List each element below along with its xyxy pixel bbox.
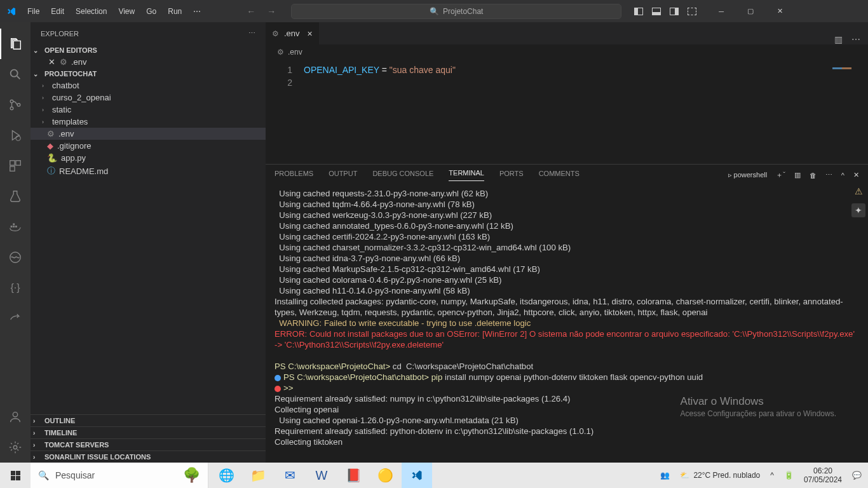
taskbar-mail-icon[interactable]: ✉	[275, 463, 305, 488]
layout-custom-icon[interactable]	[688, 8, 696, 15]
line-gutter: 1 2	[266, 64, 304, 164]
minimap[interactable]	[830, 64, 868, 164]
tab-problems[interactable]: PROBLEMS	[275, 170, 313, 181]
activity-search-icon[interactable]	[0, 59, 31, 90]
breadcrumb[interactable]: ⚙ .env	[266, 44, 868, 60]
tomcat-header[interactable]: ›TOMCAT SERVERS	[31, 438, 266, 451]
taskbar-search[interactable]: 🔍 Pesquisar 🌳	[31, 463, 208, 488]
search-label: ProjetoChat	[443, 7, 483, 16]
search-art-icon: 🌳	[183, 467, 200, 484]
tab-ports[interactable]: PORTS	[499, 170, 524, 181]
notifications-icon[interactable]: 💬	[852, 471, 862, 480]
menu-bar: File Edit Selection View Go Run ⋯	[22, 4, 206, 18]
layout-right-icon[interactable]	[670, 8, 679, 15]
terminal-panel: PROBLEMS OUTPUT DEBUG CONSOLE TERMINAL P…	[266, 164, 868, 463]
svg-point-1	[10, 100, 13, 103]
svg-point-2	[10, 107, 13, 110]
taskbar-edge-icon[interactable]: 🌐	[211, 463, 241, 488]
battery-icon[interactable]: 🔋	[784, 471, 794, 480]
maximize-button[interactable]: ▢	[736, 0, 765, 22]
start-button[interactable]	[0, 463, 31, 488]
file-readme[interactable]: ⓘREADME.md	[31, 164, 266, 178]
activity-account-icon[interactable]	[0, 402, 31, 432]
code-content[interactable]: OPENAI_API_KEY = "sua chave aqui"	[304, 64, 830, 164]
teams-tray-icon[interactable]: 👥	[660, 471, 670, 480]
folder-chatbot[interactable]: ›chatbot	[31, 79, 266, 92]
weather-widget[interactable]: ⛅ 22°C Pred. nublado	[680, 471, 760, 480]
split-editor-icon[interactable]: ▥	[834, 34, 843, 44]
terminal-more-icon[interactable]: ⋯	[825, 171, 832, 179]
taskbar-word-icon[interactable]: W	[306, 463, 337, 488]
warning-overlay-icon[interactable]: ⚠	[851, 184, 865, 198]
nav-back-icon[interactable]: ←	[244, 4, 258, 19]
close-tab-icon[interactable]: ×	[308, 29, 313, 39]
activity-extensions-icon[interactable]	[0, 151, 31, 181]
gear-icon: ⚙	[272, 29, 279, 38]
activity-test-icon[interactable]	[0, 181, 31, 212]
project-header[interactable]: ⌄PROJETOCHAT	[31, 68, 266, 79]
activity-docker-icon[interactable]	[0, 212, 31, 242]
minimize-button[interactable]: ─	[707, 0, 736, 22]
close-panel-icon[interactable]: ✕	[853, 171, 859, 179]
taskbar-chrome-icon[interactable]: 🟡	[370, 463, 400, 488]
menu-more-icon[interactable]: ⋯	[188, 4, 206, 18]
activity-wave-icon[interactable]	[0, 242, 31, 273]
outline-header[interactable]: ›OUTLINE	[31, 414, 266, 426]
layout-left-icon[interactable]	[634, 8, 643, 15]
tab-debug-console[interactable]: DEBUG CONSOLE	[372, 170, 433, 181]
activity-json-icon[interactable]: {·}	[0, 273, 31, 303]
tab-more-icon[interactable]: ⋯	[851, 34, 860, 44]
file-gitignore[interactable]: ◆.gitignore	[31, 140, 266, 152]
new-terminal-icon[interactable]: ＋ˇ	[776, 170, 785, 180]
activity-settings-icon[interactable]	[0, 432, 31, 463]
sonarlint-header[interactable]: ›SONARLINT ISSUE LOCATIONS	[31, 451, 266, 463]
vscode-logo	[0, 6, 22, 17]
maximize-panel-icon[interactable]: ^	[841, 172, 844, 179]
menu-edit[interactable]: Edit	[46, 4, 69, 18]
svg-point-3	[17, 104, 20, 107]
menu-view[interactable]: View	[113, 4, 140, 18]
open-editor-env[interactable]: ✕ ⚙ .env	[31, 56, 266, 68]
taskbar-explorer-icon[interactable]: 📁	[243, 463, 273, 488]
tab-env[interactable]: ⚙ .env ×	[266, 22, 320, 44]
taskbar: 🔍 Pesquisar 🌳 🌐 📁 ✉ W 📕 🟡 👥 ⛅ 22°C Pred.…	[0, 463, 868, 488]
file-env[interactable]: ⚙.env	[31, 128, 266, 140]
clock[interactable]: 06:20 07/05/2024	[804, 466, 842, 484]
trash-icon[interactable]: 🗑	[810, 172, 817, 179]
activity-debug-icon[interactable]	[0, 120, 31, 151]
split-terminal-icon[interactable]: ▥	[794, 171, 801, 179]
layout-bottom-icon[interactable]	[652, 8, 661, 15]
taskbar-pdf-icon[interactable]: 📕	[338, 463, 369, 488]
command-center-search[interactable]: 🔍 ProjetoChat	[291, 4, 621, 19]
svg-rect-7	[10, 166, 15, 171]
gear-icon: ⚙	[47, 129, 55, 139]
menu-file[interactable]: File	[22, 4, 44, 18]
folder-curso[interactable]: ›curso_2_openai	[31, 92, 266, 104]
svg-point-13	[13, 412, 17, 417]
menu-go[interactable]: Go	[141, 4, 161, 18]
terminal-body[interactable]: Using cached requests-2.31.0-py3-none-an…	[266, 186, 868, 463]
file-app-py[interactable]: 🐍app.py	[31, 152, 266, 164]
menu-run[interactable]: Run	[163, 4, 187, 18]
folder-templates[interactable]: ›templates	[31, 116, 266, 128]
close-button[interactable]: ✕	[765, 0, 794, 22]
tab-comments[interactable]: COMMENTS	[539, 170, 580, 181]
tab-terminal[interactable]: TERMINAL	[449, 169, 484, 181]
menu-selection[interactable]: Selection	[71, 4, 112, 18]
open-editors-header[interactable]: ⌄OPEN EDITORS	[31, 44, 266, 56]
activity-share-icon[interactable]	[0, 303, 31, 334]
activity-files-icon[interactable]	[0, 29, 31, 59]
svg-rect-8	[11, 226, 13, 227]
timeline-header[interactable]: ›TIMELINE	[31, 426, 266, 438]
tab-output[interactable]: OUTPUT	[329, 170, 357, 181]
folder-static[interactable]: ›static	[31, 104, 266, 116]
tray-chevron-icon[interactable]: ^	[770, 471, 774, 480]
activity-git-icon[interactable]	[0, 90, 31, 120]
shell-select[interactable]: ▹ powershell	[728, 171, 768, 179]
search-icon: 🔍	[38, 470, 49, 480]
editor-body[interactable]: 1 2 OPENAI_API_KEY = "sua chave aqui"	[266, 60, 868, 164]
taskbar-vscode-icon[interactable]	[402, 463, 432, 488]
chat-overlay-icon[interactable]: ✦	[851, 203, 865, 217]
explorer-more-icon[interactable]: ⋯	[248, 29, 255, 37]
nav-forward-icon[interactable]: →	[264, 4, 278, 19]
